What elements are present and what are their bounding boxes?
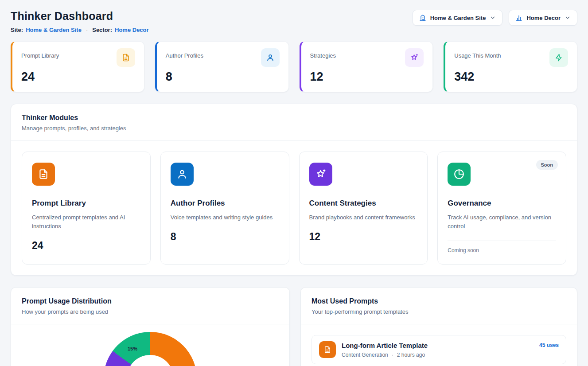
document-icon (32, 163, 55, 186)
module-title: Prompt Library (32, 199, 140, 208)
list-item-long-form-article[interactable]: Long-form Article Template Content Gener… (312, 335, 566, 364)
thinker-modules-section: Thinker Modules Manage prompts, profiles… (11, 104, 577, 276)
module-card-governance[interactable]: Soon Governance Track AI usage, complian… (437, 152, 566, 265)
stat-label: Usage This Month (454, 48, 501, 59)
module-count: 8 (171, 231, 279, 243)
site-selector-label: Home & Garden Site (430, 15, 486, 21)
stat-label: Strategies (310, 48, 336, 59)
module-description: Brand playbooks and content frameworks (309, 213, 418, 222)
bottom-row: Prompt Usage Distribution How your promp… (11, 287, 577, 366)
stat-card-strategies: Strategies 12 (300, 41, 433, 92)
sector-selector-dropdown[interactable]: Home Decor (509, 10, 577, 26)
donut-slice-label: 15% (125, 346, 140, 351)
site-sector-line: Site: Home & Garden Site · Sector: Home … (11, 27, 149, 33)
module-description: Centralized prompt templates and AI inst… (32, 213, 140, 231)
usage-header: Prompt Usage Distribution How your promp… (11, 288, 289, 324)
modules-subtitle: Manage prompts, profiles, and strategies (22, 125, 566, 132)
building-icon (419, 14, 426, 21)
module-card-author-profiles[interactable]: Author Profiles Voice templates and writ… (160, 152, 289, 265)
module-card-prompt-library[interactable]: Prompt Library Centralized prompt templa… (22, 152, 151, 265)
prompt-time: 2 hours ago (397, 352, 425, 358)
chevron-down-icon (565, 15, 571, 21)
module-title: Governance (448, 199, 556, 208)
prompt-meta: Content Generation · 2 hours ago (342, 352, 428, 358)
usage-title: Prompt Usage Distribution (22, 297, 279, 305)
module-description: Track AI usage, compliance, and version … (448, 213, 556, 231)
sparkle-icon (309, 163, 332, 186)
chevron-down-icon (490, 15, 496, 21)
page-title: Thinker Dashboard (11, 10, 149, 23)
usage-subtitle: How your prompts are being used (22, 308, 279, 315)
stat-value: 12 (310, 70, 424, 84)
bar-chart-icon (515, 14, 522, 21)
prompt-usage-card: Prompt Usage Distribution How your promp… (11, 287, 290, 366)
usage-donut-chart: 15% (104, 332, 197, 366)
module-description: Voice templates and writing style guides (171, 213, 279, 222)
module-grid: Prompt Library Centralized prompt templa… (11, 141, 577, 275)
sector-link[interactable]: Home Decor (115, 27, 149, 33)
sparkle-icon (405, 48, 424, 67)
stat-card-author-profiles: Author Profiles 8 (155, 41, 289, 92)
header-left: Thinker Dashboard Site: Home & Garden Si… (11, 10, 149, 33)
page-header: Thinker Dashboard Site: Home & Garden Si… (11, 10, 577, 33)
header-controls: Home & Garden Site Home Decor (413, 10, 577, 26)
stat-card-prompt-library: Prompt Library 24 (11, 41, 144, 92)
most-used-title: Most Used Prompts (312, 297, 566, 305)
divider (448, 241, 556, 241)
module-title: Content Strategies (309, 199, 418, 208)
usage-chart-area: 15% (11, 324, 289, 366)
dashboard-page: Thinker Dashboard Site: Home & Garden Si… (0, 0, 588, 366)
separator-dot: · (392, 352, 393, 358)
uses-count: 45 uses (539, 342, 559, 348)
most-used-prompts-card: Most Used Prompts Your top-performing pr… (300, 287, 577, 366)
modules-header: Thinker Modules Manage prompts, profiles… (11, 104, 577, 140)
sector-selector-label: Home Decor (526, 15, 561, 21)
module-card-content-strategies[interactable]: Content Strategies Brand playbooks and c… (299, 152, 428, 265)
separator-dot: · (86, 27, 88, 33)
prompt-list: Long-form Article Template Content Gener… (301, 324, 577, 366)
coming-soon-text: Coming soon (448, 247, 556, 253)
site-label: Site: (11, 27, 23, 33)
module-title: Author Profiles (171, 199, 279, 208)
pie-chart-icon (448, 163, 471, 186)
stat-value: 342 (454, 70, 568, 84)
module-count: 24 (32, 240, 140, 252)
prompt-title: Long-form Article Template (342, 342, 428, 349)
most-used-header: Most Used Prompts Your top-performing pr… (301, 288, 577, 324)
stats-row: Prompt Library 24 Author Profiles 8 Stra… (11, 41, 577, 92)
most-used-subtitle: Your top-performing prompt templates (312, 308, 566, 315)
user-icon (171, 163, 194, 186)
lightning-icon (549, 48, 568, 67)
user-icon (261, 48, 280, 67)
soon-badge: Soon (536, 160, 558, 170)
stat-label: Author Profiles (166, 48, 203, 59)
document-icon (319, 341, 336, 358)
site-selector-dropdown[interactable]: Home & Garden Site (413, 10, 503, 26)
site-link[interactable]: Home & Garden Site (26, 27, 82, 33)
stat-value: 24 (21, 70, 135, 84)
module-count: 12 (309, 231, 418, 243)
document-icon (117, 48, 135, 67)
prompt-category: Content Generation (342, 352, 388, 358)
stat-value: 8 (166, 70, 280, 84)
modules-title: Thinker Modules (22, 114, 566, 122)
stat-label: Prompt Library (21, 48, 59, 59)
stat-card-usage: Usage This Month 342 (444, 41, 577, 92)
item-text: Long-form Article Template Content Gener… (342, 342, 428, 358)
sector-label: Sector: (92, 27, 112, 33)
